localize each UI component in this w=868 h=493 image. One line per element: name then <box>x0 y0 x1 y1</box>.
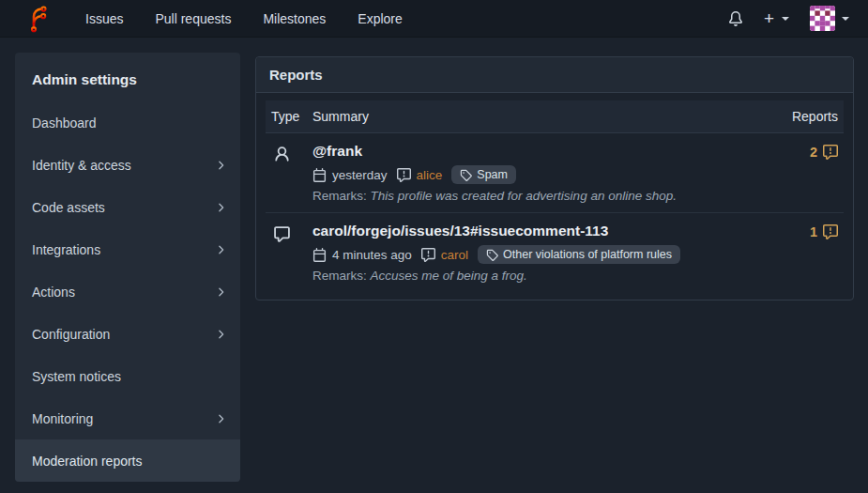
sidebar-item-label: Identity & access <box>32 158 131 173</box>
sidebar-item-label: Actions <box>32 285 75 300</box>
tag-icon <box>486 249 498 261</box>
sidebar-item-label: System notices <box>32 369 121 384</box>
table-row: carol/forgejo/issues/13#issuecomment-113… <box>266 213 844 293</box>
report-meta: yesterday alice Spam <box>312 165 754 184</box>
sidebar-item-actions[interactable]: Actions <box>15 270 240 313</box>
label-text: Spam <box>477 168 508 181</box>
sidebar-title: Admin settings <box>15 53 240 101</box>
table-row: @frank yesterday alice Spam <box>266 133 844 213</box>
sidebar-item-integrations[interactable]: Integrations <box>15 228 240 270</box>
sidebar-item-identity-access[interactable]: Identity & access <box>15 144 240 186</box>
sidebar-item-label: Integrations <box>32 242 100 257</box>
sidebar-item-label: Code assets <box>32 200 105 215</box>
plus-icon: + <box>764 9 774 27</box>
tag-icon <box>460 169 472 181</box>
sidebar-item-label: Monitoring <box>32 411 93 426</box>
abuse-category-label[interactable]: Other violations of platform rules <box>478 245 680 264</box>
report-date: 4 minutes ago <box>332 248 412 262</box>
sidebar-item-system-notices[interactable]: System notices <box>15 355 240 397</box>
reports-table: Type Summary Reports <box>266 100 844 292</box>
remarks-text: Accuses me of being a frog. <box>371 269 527 283</box>
report-count-link[interactable]: 1 <box>810 224 838 239</box>
report-meta: 4 minutes ago carol Other violations of … <box>312 245 754 264</box>
sidebar-item-code-assets[interactable]: Code assets <box>15 186 240 228</box>
person-icon <box>273 146 291 163</box>
panel-body: Type Summary Reports <box>256 93 853 300</box>
notifications-button[interactable] <box>724 8 747 30</box>
sidebar-item-label: Dashboard <box>32 116 97 131</box>
chevron-right-icon <box>214 159 227 172</box>
bell-icon <box>728 11 743 26</box>
sidebar-item-moderation-reports[interactable]: Moderation reports <box>15 439 240 482</box>
admin-settings-sidebar: Admin settings Dashboard Identity & acce… <box>15 53 240 482</box>
report-count: 1 <box>810 224 817 239</box>
reported-content-link[interactable]: carol/forgejo/issues/13#issuecomment-113 <box>312 223 754 239</box>
sidebar-item-monitoring[interactable]: Monitoring <box>15 397 240 439</box>
sidebar-item-dashboard[interactable]: Dashboard <box>15 101 240 144</box>
navbar-right: + <box>724 2 853 35</box>
remarks: Remarks: This profile was created for ad… <box>312 189 754 203</box>
chevron-right-icon <box>214 285 227 299</box>
top-navbar: Issues Pull requests Milestones Explore … <box>0 0 868 38</box>
comment-icon <box>273 225 291 243</box>
reporter-link[interactable]: carol <box>441 248 468 262</box>
report-comment-icon <box>823 224 838 239</box>
chevron-right-icon <box>214 328 227 341</box>
reports-panel: Reports Type Summary Reports <box>255 56 854 300</box>
main-content: Reports Type Summary Reports <box>255 56 854 300</box>
label-text: Other violations of platform rules <box>503 248 672 261</box>
report-count-link[interactable]: 2 <box>810 145 838 160</box>
remarks: Remarks: Accuses me of being a frog. <box>312 269 754 283</box>
caret-down-icon <box>842 17 849 21</box>
remarks-text: This profile was created for advertising… <box>371 189 677 203</box>
panel-title: Reports <box>256 57 853 93</box>
abuse-category-label[interactable]: Spam <box>451 165 516 184</box>
chevron-right-icon <box>214 243 227 256</box>
nav-item-milestones[interactable]: Milestones <box>251 4 338 34</box>
remarks-label: Remarks: <box>312 269 367 283</box>
report-date: yesterday <box>332 168 388 182</box>
sidebar-item-label: Configuration <box>32 327 110 342</box>
column-header-reports: Reports <box>759 100 844 133</box>
remarks-label: Remarks: <box>312 189 367 203</box>
forgejo-logo[interactable] <box>24 5 53 33</box>
report-comment-icon <box>397 168 411 182</box>
reported-content-link[interactable]: @frank <box>312 143 754 160</box>
calendar-icon <box>312 248 327 262</box>
nav-item-issues[interactable]: Issues <box>73 4 135 34</box>
page-container: Admin settings Dashboard Identity & acce… <box>0 38 868 482</box>
user-menu-dropdown[interactable] <box>806 2 853 35</box>
avatar <box>810 6 835 31</box>
calendar-icon <box>312 168 327 182</box>
report-comment-icon <box>823 145 838 160</box>
sidebar-item-configuration[interactable]: Configuration <box>15 313 240 355</box>
report-count: 2 <box>810 145 817 160</box>
caret-down-icon <box>782 17 789 21</box>
chevron-right-icon <box>214 412 227 425</box>
chevron-right-icon <box>214 201 227 214</box>
nav-item-pull-requests[interactable]: Pull requests <box>143 4 243 34</box>
column-header-summary: Summary <box>307 100 759 133</box>
nav-item-explore[interactable]: Explore <box>345 4 414 34</box>
primary-nav: Issues Pull requests Milestones Explore <box>73 4 415 34</box>
create-new-dropdown[interactable]: + <box>760 6 793 31</box>
column-header-type: Type <box>266 100 307 133</box>
reporter-link[interactable]: alice <box>417 168 443 182</box>
sidebar-item-label: Moderation reports <box>32 454 143 469</box>
report-comment-icon <box>421 248 435 262</box>
